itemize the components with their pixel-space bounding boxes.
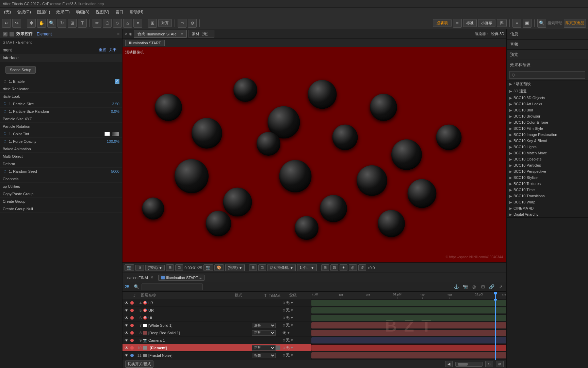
rp-bcc-3d[interactable]: ▶ BCC10 3D Objects [507,95,588,101]
roto-tool[interactable]: ⊘ [188,19,197,28]
rp-digital-anarchy[interactable]: ▶ Digital Anarchy [507,211,588,217]
tl-solo-btn[interactable]: ◎ [470,283,478,291]
menu-effect[interactable]: 效果(T) [53,8,72,16]
workspace-menu[interactable]: ≡ [453,19,462,28]
panel-tab-label[interactable]: Element [37,32,52,36]
rp-bcc-obsolete[interactable]: ▶ BCC10 Obsolete [507,156,588,162]
rotate-tool[interactable]: ↻ [58,19,66,28]
type-tool[interactable]: T [78,19,87,28]
vc-safe-btn[interactable]: ⊡ [175,264,183,271]
layer-row-8[interactable]: 👁 8 [Deep Red Solid 1] 正常 无 [122,329,311,337]
vc-camera-icon[interactable]: 📷 [203,264,213,271]
vc-3d-btn[interactable]: ⊞ [249,264,257,271]
rp-bcc-textures[interactable]: ▶ BCC10 Textures [507,181,588,187]
rp-bcc-blur[interactable]: ▶ BCC10 Blur [507,107,588,113]
menu-compose[interactable]: 合成(C) [14,8,34,16]
vc-icons-btn[interactable]: ⊞ [321,264,329,271]
vc-light-btn[interactable]: ✦ [340,264,347,271]
rp-audio-header[interactable]: 音频 [507,40,588,49]
rp-anim-preset[interactable]: ▶ * 动画预设 [507,80,588,88]
eye-10[interactable]: 👁 [124,345,129,351]
tl-camera-btn[interactable]: 📷 [461,283,469,291]
rp-bcc-particles[interactable]: ▶ BCC10 Particles [507,162,588,168]
vc-refresh-btn[interactable]: ↺ [358,264,366,271]
eye-8[interactable]: 👁 [124,330,129,336]
vc-screen-btn[interactable]: 🖥 [135,265,144,271]
vc-frame-btn[interactable]: ⊞ [166,264,174,271]
tl-tab-start[interactable]: Illumination START ≡ [158,275,205,281]
layer-row-4[interactable]: 👁 4 🎯 LR ⊙ 无 ▼ [122,299,311,307]
rp-effects-header[interactable]: 效果和预设 [507,60,588,70]
vc-motion-btn[interactable]: ◎ [349,264,357,271]
ec-item-1[interactable]: ⏱ 1. Enable ✓ [0,78,122,85]
eye-4[interactable]: 👁 [124,300,129,306]
vc-count-btn[interactable]: 1 个... ▼ [297,264,316,271]
menu-none[interactable]: (无) [1,8,14,16]
layer-row-6[interactable]: 👁 6 🎯 UL ⊙ 无 ▼ [122,314,311,322]
vc-camera-view-btn[interactable]: 活动摄像机 ▼ [267,264,296,271]
rp-bcc-image[interactable]: ▶ BCC10 Image Restoration [507,132,588,138]
layer-row-11[interactable]: 👁 11 [Fractal Noise] 相叠 ⊙ [122,352,311,359]
ec-interface-header[interactable]: Interface [0,54,122,62]
panel-close-btn[interactable]: ✕ [3,32,7,36]
monitor-btn[interactable]: ▣ [523,19,532,28]
camera-tool[interactable]: ⊞ [68,19,77,28]
rp-cinema4d[interactable]: ▶ CINEMA 4D [507,205,588,211]
rp-bcc-warp[interactable]: ▶ BCC10 Warp [507,199,588,205]
rp-bcc-film[interactable]: ▶ BCC10 Film Style [507,125,588,132]
rp-info-header[interactable]: 信息 [507,29,588,39]
brush-tool[interactable]: ⬡ [103,19,112,28]
vc-quality-btn[interactable]: (完整) ▼ [225,264,245,271]
puppet-tool[interactable]: ✦ [133,19,142,28]
mode-select-7[interactable]: 屏幕 [252,323,276,328]
align-tool[interactable]: ⊞ [148,19,157,28]
tl-tab-close-final[interactable]: ✕ [150,275,153,280]
ec-reset-btn[interactable]: 重置 [99,47,106,52]
layer-row-5[interactable]: 👁 5 🎯 UR ⊙ 无 ▼ [122,307,311,314]
user-btn[interactable]: 陈京京出品 [564,19,586,28]
ec-color-swatch[interactable] [104,132,110,136]
vc-color-btn[interactable]: 🎨 [214,264,224,271]
tl-motion-btn[interactable]: 🔗 [488,283,495,291]
ec-about-btn[interactable]: 关于... [109,47,119,52]
vtab-close-icon[interactable]: ✕ [125,32,128,36]
eye-6[interactable]: 👁 [124,315,129,321]
rp-search-input[interactable] [509,71,585,79]
menu-window[interactable]: 窗口 [113,8,126,16]
clone-tool[interactable]: ⌂ [123,19,132,28]
rp-bcc-browser[interactable]: ▶ BCC10 Browser [507,113,588,119]
mask-tool[interactable]: ⊃ [178,19,186,28]
workspace-small[interactable]: 小屏幕 [478,19,495,27]
vc-mask-btn[interactable]: ⊡ [330,264,338,271]
tl-magnet-btn[interactable]: ⚓ [453,283,460,291]
tl-tab-close-start[interactable]: ≡ [199,276,201,280]
eye-7[interactable]: 👁 [124,323,129,328]
redo-btn[interactable]: ↪ [12,19,21,28]
ec-value-5[interactable]: 0.0% [111,109,119,113]
ec-value-opacity[interactable]: 100.0% [107,139,119,143]
align-text-btn[interactable]: 对齐 [158,19,172,27]
eye-11[interactable]: 👁 [124,353,129,358]
vtab-menu-btn[interactable]: ≡ [181,32,183,36]
rp-bcc-transitions[interactable]: ▶ BCC10 Transitions [507,193,588,199]
workspace-library[interactable]: 库 [497,19,507,27]
tl-zoom-in[interactable]: ⊕ [496,361,504,367]
eye-5[interactable]: 👁 [124,308,129,313]
search-icon[interactable]: 🔍 [537,19,546,28]
tl-search-input[interactable] [142,283,203,290]
eye-9[interactable]: 👁 [124,338,129,343]
tl-zoom-out[interactable]: ⊖ [485,361,493,367]
layer-row-7[interactable]: 👁 7 [White Solid 1] 屏幕 ⊙ [122,322,311,329]
ec-value-4[interactable]: 3.50 [112,102,119,106]
menu-layer[interactable]: 图层(L) [34,8,53,16]
vtab-material[interactable]: 素材（无） [188,30,214,38]
expand-btn[interactable]: » [512,19,521,28]
ec-gradient-swatch[interactable] [112,132,119,136]
vc-zoom-btn[interactable]: (75%) ▼ [145,265,165,271]
sub-tab-illumination[interactable]: Illumination START [125,40,165,46]
vc-ruler-btn[interactable]: ⊡ [258,264,266,271]
undo-btn[interactable]: ↩ [2,19,11,28]
mode-select-8[interactable]: 正常 [252,330,276,336]
hand-tool[interactable]: ✋ [37,19,46,28]
vc-snapshot-btn[interactable]: 📷 [125,264,134,271]
